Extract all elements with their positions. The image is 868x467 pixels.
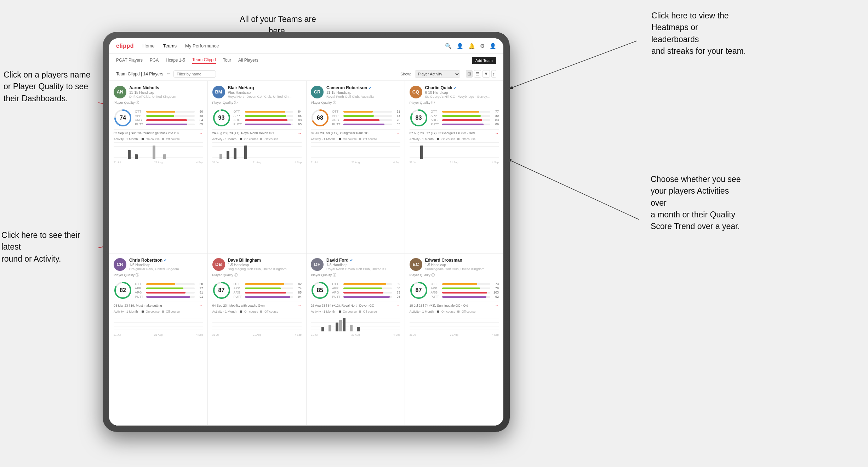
team-title: Team Clippd | 14 Players xyxy=(116,72,163,76)
edit-icon[interactable]: ✏ xyxy=(167,72,170,76)
player-handicap: 1-5 Handicap xyxy=(425,263,499,267)
subnav-pga[interactable]: PGA xyxy=(150,58,159,63)
stat-row: APP 80 xyxy=(431,114,499,118)
player-card[interactable]: CR Chris Robertson ✔ 1-5 Handicap Craigm… xyxy=(109,253,208,426)
player-card[interactable]: CR Cameron Robertson ✔ 11-15 Handicap Ro… xyxy=(306,81,405,253)
stat-row: APP 80 xyxy=(332,286,400,290)
view-icons: ⊞ ☰ ▼ ↕ xyxy=(466,70,496,78)
chart-area xyxy=(410,143,499,159)
round-text[interactable]: 26 Aug 23 | 84 (+12), Royal North Devon … xyxy=(311,304,396,307)
add-team-button[interactable]: Add Team xyxy=(472,57,496,64)
show-label: Show: xyxy=(400,72,411,76)
quality-circle[interactable]: 74 xyxy=(114,109,132,127)
player-name[interactable]: Charlie Quick ✔ xyxy=(425,85,499,90)
player-card-header: CR Chris Robertson ✔ 1-5 Handicap Craigm… xyxy=(114,258,203,271)
player-name[interactable]: Edward Crossman xyxy=(425,258,499,263)
show-select[interactable]: Player Activity Quality Score Trend xyxy=(415,70,460,78)
ipad-shell: clippd Home Teams My Performance 🔍 👤 🔔 ⚙… xyxy=(103,32,510,432)
player-name[interactable]: Cameron Robertson ✔ xyxy=(326,85,400,90)
stat-row: PUTT 94 xyxy=(234,295,302,298)
player-handicap: 11-15 Handicap xyxy=(326,91,400,95)
player-card[interactable]: CQ Charlie Quick ✔ 6-10 Handicap St. Geo… xyxy=(405,81,504,253)
player-club: Royal North Devon Golf Club, United Kil.… xyxy=(326,267,400,271)
annotation-latest-round: Click here to see their latestround or A… xyxy=(1,229,97,265)
subnav-all-players[interactable]: All Players xyxy=(238,58,258,63)
subnav-tour[interactable]: Tour xyxy=(223,58,231,63)
subnav-team-clippd[interactable]: Team Clippd xyxy=(192,57,216,64)
subnav-pgat[interactable]: PGAT Players xyxy=(116,58,143,63)
avatar-icon[interactable]: 👤 xyxy=(490,43,496,49)
round-arrow[interactable]: → xyxy=(199,131,203,135)
round-info: 26 Aug 23 | 84 (+12), Royal North Devon … xyxy=(311,302,400,308)
round-arrow[interactable]: → xyxy=(495,131,499,135)
quality-section: 93 OTT 84 APP 85 ARG 88 PUTT 95 xyxy=(212,109,302,127)
player-card[interactable]: DF David Ford ✔ 1-5 Handicap Royal North… xyxy=(306,253,405,426)
annotation-activities: Choose whether you seeyour players Activ… xyxy=(651,173,746,233)
team-header: Team Clippd | 14 Players ✏ Show: Player … xyxy=(109,67,503,81)
quality-label: Player Quality ⓘ xyxy=(114,101,203,105)
stat-row: APP 74 xyxy=(234,286,302,290)
activity-section: Activity · 1 Month On course Off course xyxy=(212,137,302,164)
profile-icon[interactable]: 👤 xyxy=(457,43,463,49)
nav-item-performance[interactable]: My Performance xyxy=(185,43,219,49)
stat-row: APP 79 xyxy=(431,286,499,290)
player-handicap: 6-10 Handicap xyxy=(425,91,499,95)
subnav-hcaps[interactable]: Hcaps 1-5 xyxy=(166,58,185,63)
quality-circle[interactable]: 87 xyxy=(410,281,428,300)
round-arrow[interactable]: → xyxy=(199,303,203,308)
bell-icon[interactable]: 🔔 xyxy=(468,43,475,49)
round-text[interactable]: 02 Jul 23 | 59 (+17), Craigmillar Park G… xyxy=(311,131,396,135)
stat-row: OTT 84 xyxy=(234,110,302,113)
quality-circle[interactable]: 68 xyxy=(311,109,329,127)
quality-circle[interactable]: 87 xyxy=(212,281,231,300)
round-text[interactable]: 03 Mar 23 | 19, Must make putting xyxy=(114,304,199,307)
activity-label: Activity · 1 Month xyxy=(212,310,237,313)
round-arrow[interactable]: → xyxy=(396,303,400,308)
nav-item-home[interactable]: Home xyxy=(142,43,155,49)
activity-section: Activity · 1 Month On course Off course xyxy=(114,137,203,164)
sort-view-button[interactable]: ↕ xyxy=(491,70,497,78)
list-view-button[interactable]: ☰ xyxy=(474,70,481,78)
quality-circle[interactable]: 83 xyxy=(410,109,428,127)
nav-item-teams[interactable]: Teams xyxy=(163,43,177,49)
player-name[interactable]: Blair McHarg xyxy=(228,85,302,90)
quality-circle[interactable]: 82 xyxy=(114,281,132,300)
quality-label: Player Quality ⓘ xyxy=(212,273,302,278)
filter-view-button[interactable]: ▼ xyxy=(482,70,490,78)
player-card[interactable]: AN Aaron Nicholls 11-15 Handicap Drift G… xyxy=(109,81,208,253)
player-name[interactable]: Chris Robertson ✔ xyxy=(129,258,203,263)
stat-row: PUTT 85 xyxy=(135,123,203,126)
activity-section: Activity · 1 Month On course Off course xyxy=(311,137,400,164)
stat-row: APP 58 xyxy=(135,114,203,118)
round-arrow[interactable]: → xyxy=(396,131,400,135)
player-name[interactable]: David Ford ✔ xyxy=(326,258,400,263)
activity-section: Activity · 1 Month On course Off course xyxy=(410,310,499,336)
grid-view-button[interactable]: ⊞ xyxy=(466,70,473,78)
player-club: St. George's Hill GC - Weybridge - Surre… xyxy=(425,95,499,98)
filter-input[interactable] xyxy=(173,70,216,78)
player-handicap: 11-15 Handicap xyxy=(129,91,203,95)
player-name[interactable]: Aaron Nicholls xyxy=(129,85,203,90)
player-card-header: DB Dave Billingham 1-5 Handicap Sag Magi… xyxy=(212,258,302,271)
quality-circle[interactable]: 85 xyxy=(311,281,329,300)
quality-circle[interactable]: 93 xyxy=(212,109,231,127)
round-text[interactable]: 26 Aug 23 | 73 (+1), Royal North Devon G… xyxy=(212,131,298,135)
settings-icon[interactable]: ⚙ xyxy=(480,43,485,49)
ipad-screen: clippd Home Teams My Performance 🔍 👤 🔔 ⚙… xyxy=(109,38,503,426)
player-name[interactable]: Dave Billingham xyxy=(228,258,302,263)
round-text[interactable]: 02 Sep 23 | Sunrise round to get back in… xyxy=(114,131,199,135)
round-arrow[interactable]: → xyxy=(495,303,499,308)
player-card[interactable]: DB Dave Billingham 1-5 Handicap Sag Magi… xyxy=(208,253,307,426)
search-icon[interactable]: 🔍 xyxy=(445,43,452,49)
stat-row: ARG 88 xyxy=(234,118,302,122)
nav-logo: clippd xyxy=(116,43,134,49)
player-card[interactable]: BM Blair McHarg Plus Handicap Royal Nort… xyxy=(208,81,307,253)
player-handicap: 1-5 Handicap xyxy=(228,263,302,267)
player-card[interactable]: EC Edward Crossman 1-5 Handicap Sunningd… xyxy=(405,253,504,426)
round-text[interactable]: 07 Aug 23 | 77 (+7), St George's Hill GC… xyxy=(410,131,495,135)
round-arrow[interactable]: → xyxy=(298,303,302,308)
round-text[interactable]: 04 Sep 23 | Mobility with coach, Gym xyxy=(212,304,298,307)
round-text[interactable]: 18 Jul 23 | 74 (+3), Sunningdale GC - Ol… xyxy=(410,304,495,307)
player-avatar: CR xyxy=(114,258,126,271)
round-arrow[interactable]: → xyxy=(298,131,302,135)
